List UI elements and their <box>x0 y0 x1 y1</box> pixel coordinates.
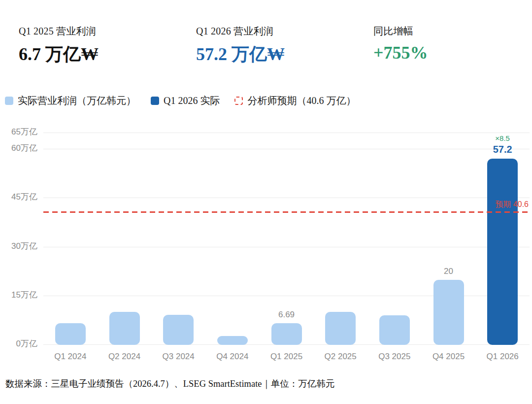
bar <box>271 323 302 345</box>
bar <box>109 312 140 345</box>
bar <box>217 336 248 345</box>
gridline <box>43 247 530 247</box>
kpi-label: Q1 2026 营业利润 <box>196 25 373 38</box>
legend-swatch-dark-blue-icon <box>151 97 159 105</box>
kpi-q1-2025: Q1 2025 营业利润 6.7 万亿₩ <box>19 25 196 67</box>
kpi-value: 57.2 万亿₩ <box>196 42 373 67</box>
kpi-header: Q1 2025 营业利润 6.7 万亿₩ Q1 2026 营业利润 57.2 万… <box>19 25 532 67</box>
x-axis-category-label: Q1 2024 <box>54 352 86 362</box>
y-axis-tick-label: 65万亿 <box>11 126 37 137</box>
kpi-label: Q1 2025 营业利润 <box>19 25 196 38</box>
kpi-value: +755% <box>373 42 532 63</box>
x-axis-category-label: Q4 2025 <box>432 352 465 362</box>
y-axis-tick-label: 60万亿 <box>11 142 37 154</box>
legend-swatch-dashed-icon <box>234 97 243 105</box>
kpi-value: 6.7 万亿₩ <box>19 42 196 67</box>
y-axis-tick-label: 45万亿 <box>11 191 37 202</box>
x-axis-category-label: Q3 2024 <box>163 352 195 362</box>
source-footnote: 数据来源：三星电子业绩预告（2026.4.7）、LSEG SmartEstima… <box>5 377 334 390</box>
analyst-estimate-label: 预期 40.6 <box>495 200 529 210</box>
chart-legend: 实际营业利润（万亿韩元） Q1 2026 实际 分析师预期（40.6 万亿） <box>5 94 356 107</box>
legend-swatch-light-blue-icon <box>5 97 13 105</box>
bar-value-annotation: 6.69 <box>278 310 295 320</box>
gridline <box>43 198 530 198</box>
x-axis-category-label: Q1 2026 <box>487 352 519 362</box>
annotation-value: 57.2 <box>493 144 512 155</box>
kpi-yoy-growth: 同比增幅 +755% <box>373 25 532 67</box>
legend-item-q1-2026: Q1 2026 实际 <box>151 94 220 107</box>
kpi-label: 同比增幅 <box>373 25 532 38</box>
y-axis-tick-label: 0万亿 <box>16 338 37 349</box>
analyst-estimate-line <box>43 211 530 213</box>
legend-label: 分析师预期（40.6 万亿） <box>247 94 356 107</box>
bar <box>325 312 356 345</box>
bar-value-annotation: 20 <box>444 267 453 276</box>
bar <box>55 323 86 345</box>
x-axis-category-label: Q1 2025 <box>270 352 302 362</box>
bar <box>487 159 518 345</box>
bar <box>379 315 410 345</box>
legend-label: 实际营业利润（万亿韩元） <box>18 94 136 107</box>
y-axis-tick-label: 30万亿 <box>11 240 37 252</box>
plot-area: 0万亿15万亿30万亿45万亿60万亿65万亿Q1 2024Q2 2024Q3 … <box>43 121 530 345</box>
bar <box>163 315 194 345</box>
x-axis-category-label: Q2 2024 <box>108 352 140 362</box>
legend-item-actual: 实际营业利润（万亿韩元） <box>5 94 136 107</box>
legend-label: Q1 2026 实际 <box>164 94 220 107</box>
multiplier-annotation: ×8.5 <box>493 134 512 142</box>
gridline <box>43 149 530 149</box>
annotation-value: 20 <box>444 267 453 276</box>
annotation-value: 6.69 <box>278 310 295 320</box>
x-axis-category-label: Q2 2025 <box>325 352 357 362</box>
bar-value-annotation: ×8.557.2 <box>493 134 512 155</box>
x-axis-category-label: Q3 2025 <box>378 352 410 362</box>
gridline <box>43 133 530 133</box>
bar <box>433 280 464 345</box>
kpi-q1-2026: Q1 2026 营业利润 57.2 万亿₩ <box>196 25 373 67</box>
y-axis-tick-label: 15万亿 <box>11 289 37 301</box>
legend-item-analyst-estimate: 分析师预期（40.6 万亿） <box>234 94 356 107</box>
x-axis-category-label: Q4 2024 <box>216 352 248 362</box>
